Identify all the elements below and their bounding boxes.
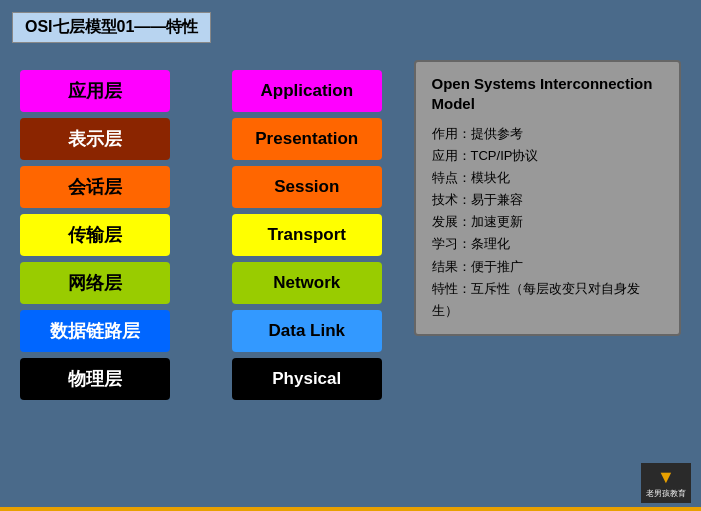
info-panel-content: 作用：提供参考应用：TCP/IP协议特点：模块化技术：易于兼容发展：加速更新学习…	[432, 123, 663, 322]
left-layer-presentation[interactable]: 表示层	[20, 118, 170, 160]
left-layer-transport[interactable]: 传输层	[20, 214, 170, 256]
middle-column: ApplicationPresentationSessionTransportN…	[232, 60, 384, 400]
info-line: 作用：提供参考	[432, 123, 663, 145]
left-column: 应用层表示层会话层传输层网络层数据链路层物理层	[20, 60, 172, 400]
info-line: 结果：便于推广	[432, 256, 663, 278]
info-panel-title: Open Systems Interconnection Model	[432, 74, 663, 113]
info-line: 应用：TCP/IP协议	[432, 145, 663, 167]
right-layer-datalink[interactable]: Data Link	[232, 310, 382, 352]
main-content: 应用层表示层会话层传输层网络层数据链路层物理层 ApplicationPrese…	[20, 60, 681, 461]
right-layer-network[interactable]: Network	[232, 262, 382, 304]
left-layer-session[interactable]: 会话层	[20, 166, 170, 208]
info-panel: Open Systems Interconnection Model 作用：提供…	[414, 60, 681, 336]
left-layer-datalink[interactable]: 数据链路层	[20, 310, 170, 352]
watermark-icon: ▼	[657, 468, 675, 486]
title-bar: OSI七层模型01——特性	[12, 12, 211, 43]
left-layer-network[interactable]: 网络层	[20, 262, 170, 304]
watermark-text: 老男孩教育	[646, 488, 686, 499]
info-line: 发展：加速更新	[432, 211, 663, 233]
info-line: 特性：互斥性（每层改变只对自身发生）	[432, 278, 663, 322]
info-line: 技术：易于兼容	[432, 189, 663, 211]
left-layer-application[interactable]: 应用层	[20, 70, 170, 112]
title-text: OSI七层模型01——特性	[25, 18, 198, 35]
right-layer-session[interactable]: Session	[232, 166, 382, 208]
info-line: 学习：条理化	[432, 233, 663, 255]
watermark: ▼ 老男孩教育	[641, 463, 691, 503]
left-layer-physical[interactable]: 物理层	[20, 358, 170, 400]
right-layer-physical[interactable]: Physical	[232, 358, 382, 400]
right-layer-transport[interactable]: Transport	[232, 214, 382, 256]
bottom-border	[0, 507, 701, 511]
right-layer-presentation[interactable]: Presentation	[232, 118, 382, 160]
right-layer-application[interactable]: Application	[232, 70, 382, 112]
info-line: 特点：模块化	[432, 167, 663, 189]
